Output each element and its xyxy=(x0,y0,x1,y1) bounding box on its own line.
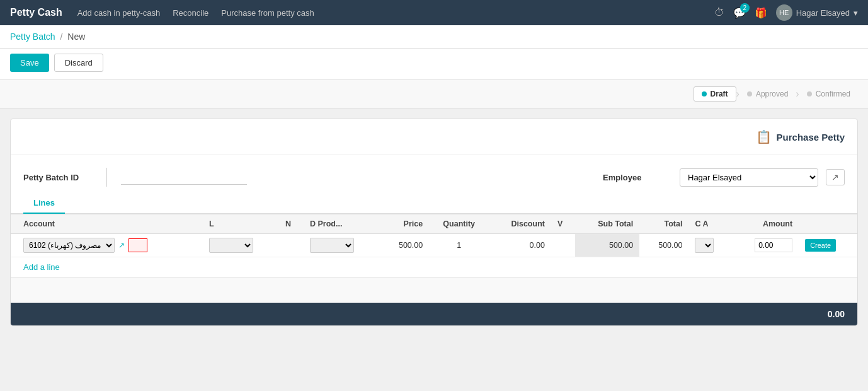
discard-button[interactable]: Discard xyxy=(54,54,103,72)
status-confirmed-label: Confirmed xyxy=(816,90,850,98)
cell-product xyxy=(304,234,380,257)
cell-note xyxy=(279,234,304,257)
total-value: 500.00 xyxy=(658,241,682,250)
col-ca: C A xyxy=(688,214,731,234)
cell-ca xyxy=(688,234,731,257)
status-dot-confirmed xyxy=(807,91,812,96)
account-select[interactable]: 6102 مصروف (كهرباء) xyxy=(23,238,115,253)
employee-external-link-button[interactable]: ↗ xyxy=(826,169,845,185)
notebook-icon: 📋 xyxy=(756,129,772,144)
employee-select[interactable]: Hagar Elsayed xyxy=(680,168,818,187)
total-footer: 0.00 xyxy=(11,303,857,325)
ca-select[interactable] xyxy=(695,238,714,253)
status-approved[interactable]: Approved xyxy=(740,87,796,101)
status-bar: Draft › Approved › Confirmed xyxy=(0,80,868,108)
col-action xyxy=(799,214,857,234)
status-dot-approved xyxy=(747,91,752,96)
cell-create: Create xyxy=(799,234,857,257)
purchase-petty-text: Purchase Petty xyxy=(777,132,845,143)
cell-amount: 0.00 xyxy=(731,234,799,257)
chat-badge-container[interactable]: 💬 2 xyxy=(733,7,746,19)
product-select[interactable] xyxy=(310,238,354,253)
col-label: L xyxy=(203,214,279,234)
col-subtotal: Sub Total xyxy=(575,214,639,234)
user-name: Hagar Elsayed xyxy=(796,8,850,18)
col-total: Total xyxy=(639,214,688,234)
cell-quantity: 1 xyxy=(429,234,489,257)
status-draft-label: Draft xyxy=(711,90,728,98)
col-amount: Amount xyxy=(731,214,799,234)
add-line-cell: Add a line xyxy=(11,257,857,277)
gift-icon[interactable]: 🎁 xyxy=(755,7,767,19)
save-button[interactable]: Save xyxy=(10,54,49,72)
cell-price: 500.00 xyxy=(380,234,429,257)
top-nav: Petty Cash Add cash in petty-cash Reconc… xyxy=(0,0,868,25)
account-link-button[interactable]: ↗ xyxy=(117,240,126,251)
form-card: 📋 Purchase Petty Petty Batch ID Employee… xyxy=(10,119,858,326)
lines-table: Account L N D Prod... Price Quantity Dis… xyxy=(11,214,857,277)
cell-discount: 0.00 xyxy=(489,234,551,257)
user-dropdown-icon: ▾ xyxy=(854,8,858,18)
col-discount: Discount xyxy=(489,214,551,234)
add-line-row: Add a line xyxy=(11,257,857,277)
card-header: 📋 Purchase Petty xyxy=(11,119,857,155)
status-dot-draft xyxy=(702,91,707,96)
amount-input[interactable]: 0.00 xyxy=(755,238,792,252)
quantity-value: 1 xyxy=(457,241,461,250)
nav-right: ⏱ 💬 2 🎁 HE Hagar Elsayed ▾ xyxy=(714,4,858,21)
create-button[interactable]: Create xyxy=(805,239,836,252)
clock-icon[interactable]: ⏱ xyxy=(714,7,724,18)
lines-section: Account L N D Prod... Price Quantity Dis… xyxy=(11,214,857,277)
chat-badge: 2 xyxy=(740,3,750,13)
purchase-petty-label: 📋 Purchase Petty xyxy=(756,129,845,144)
breadcrumb-current: New xyxy=(67,32,85,42)
nav-link-reconcile[interactable]: Reconcile xyxy=(173,8,208,18)
nav-link-purchase[interactable]: Purchase from petty cash xyxy=(221,8,314,18)
cell-total: 500.00 xyxy=(639,234,688,257)
add-line-link[interactable]: Add a line xyxy=(23,262,60,272)
table-header-row: Account L N D Prod... Price Quantity Dis… xyxy=(11,214,857,234)
discount-value: 0.00 xyxy=(530,241,545,250)
employee-label: Employee xyxy=(603,173,672,182)
col-note: N xyxy=(279,214,304,234)
action-bar: Save Discard xyxy=(0,49,868,80)
col-v: V xyxy=(551,214,575,234)
price-value: 500.00 xyxy=(399,241,423,250)
form-fields: Petty Batch ID Employee Hagar Elsayed ↗ xyxy=(11,155,857,193)
col-price: Price xyxy=(380,214,429,234)
breadcrumb-separator: / xyxy=(60,32,62,42)
cell-v xyxy=(551,234,575,257)
petty-batch-id-input[interactable] xyxy=(121,170,247,185)
breadcrumb-parent[interactable]: Petty Batch xyxy=(10,32,55,42)
status-approved-label: Approved xyxy=(756,90,788,98)
nav-links: Add cash in petty-cash Reconcile Purchas… xyxy=(77,8,699,18)
col-product: D Prod... xyxy=(304,214,380,234)
account-cell: 6102 مصروف (كهرباء) ↗ xyxy=(23,238,197,253)
app-title: Petty Cash xyxy=(10,7,62,18)
table-row: 6102 مصروف (كهرباء) ↗ xyxy=(11,234,857,257)
nav-link-add-cash[interactable]: Add cash in petty-cash xyxy=(77,8,161,18)
main-content: 📋 Purchase Petty Petty Batch ID Employee… xyxy=(0,108,868,336)
status-draft[interactable]: Draft xyxy=(694,86,736,102)
tabs-bar: Lines xyxy=(11,193,857,214)
cell-label xyxy=(203,234,279,257)
label-select[interactable] xyxy=(209,238,253,253)
tab-lines-label: Lines xyxy=(33,198,55,207)
field-divider xyxy=(106,168,107,187)
total-amount: 0.00 xyxy=(828,309,845,319)
petty-batch-id-group: Petty Batch ID xyxy=(23,168,247,187)
tag-input[interactable] xyxy=(128,238,147,252)
cell-subtotal: 500.00 xyxy=(575,234,639,257)
employee-section: Employee Hagar Elsayed ↗ xyxy=(603,168,845,187)
breadcrumb: Petty Batch / New xyxy=(0,25,868,49)
subtotal-value: 500.00 xyxy=(609,241,633,250)
user-menu[interactable]: HE Hagar Elsayed ▾ xyxy=(776,4,858,21)
cell-account: 6102 مصروف (كهرباء) ↗ xyxy=(11,234,203,257)
avatar: HE xyxy=(776,4,792,21)
col-quantity: Quantity xyxy=(429,214,489,234)
petty-batch-id-label: Petty Batch ID xyxy=(23,173,93,182)
col-account: Account xyxy=(11,214,203,234)
tab-lines[interactable]: Lines xyxy=(23,193,65,214)
empty-area xyxy=(11,277,857,303)
status-confirmed[interactable]: Confirmed xyxy=(799,87,858,101)
